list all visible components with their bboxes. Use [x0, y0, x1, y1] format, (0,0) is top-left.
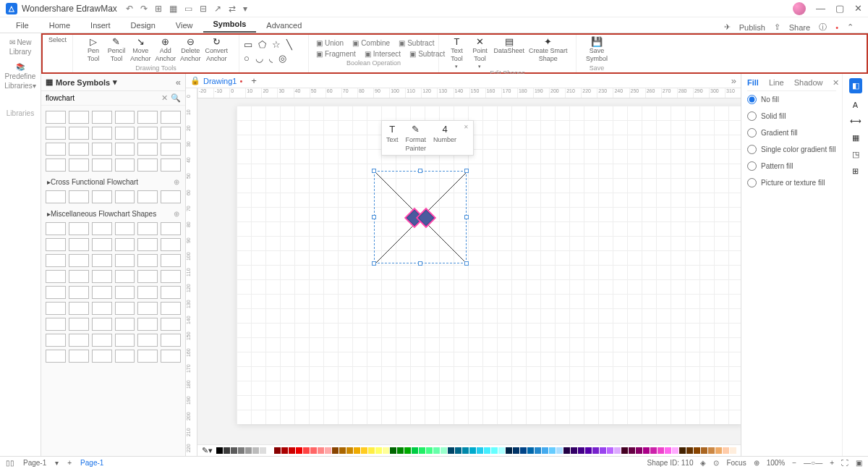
- icon-rail-item[interactable]: A: [853, 101, 858, 109]
- symbol-shape[interactable]: [69, 318, 89, 331]
- color-swatch[interactable]: [484, 447, 490, 454]
- color-swatch[interactable]: [636, 447, 642, 454]
- color-swatch[interactable]: [296, 447, 302, 454]
- color-swatch[interactable]: [535, 447, 541, 454]
- symbol-shape[interactable]: [115, 222, 135, 235]
- layers-icon[interactable]: ◈: [700, 459, 706, 467]
- color-swatch[interactable]: [419, 447, 425, 454]
- color-swatch[interactable]: [281, 447, 288, 454]
- symbol-shape[interactable]: [161, 190, 181, 203]
- symbol-shape[interactable]: [46, 318, 66, 331]
- symbol-shape[interactable]: [161, 143, 181, 156]
- pages-icon[interactable]: ▯▯: [6, 459, 14, 467]
- color-swatch[interactable]: [672, 447, 678, 454]
- symbol-shape[interactable]: [161, 111, 181, 124]
- fullscreen-icon[interactable]: ⛶: [841, 459, 848, 467]
- menu-symbols[interactable]: Symbols: [203, 17, 257, 33]
- arc-shape-icon[interactable]: ◡: [255, 53, 263, 64]
- symbol-shape[interactable]: [69, 127, 89, 140]
- boolean-op[interactable]: ▣Union: [313, 38, 346, 48]
- color-swatch[interactable]: [477, 447, 483, 454]
- drawing-tool[interactable]: ⊕AddAnchor: [155, 37, 176, 63]
- symbol-shape[interactable]: [161, 127, 181, 140]
- circle-shape-icon[interactable]: ○: [244, 53, 250, 64]
- quarter-shape-icon[interactable]: ◟: [269, 53, 273, 64]
- edit-tool[interactable]: ✦Create SmartShape: [529, 37, 568, 63]
- handle[interactable]: [464, 215, 469, 219]
- color-swatch[interactable]: [231, 447, 237, 454]
- drawing-tool[interactable]: ▷PenTool: [84, 37, 103, 63]
- save-symbol-button[interactable]: 💾SaveSymbol: [586, 37, 608, 63]
- symbol-shape[interactable]: [92, 238, 112, 251]
- symbol-shape[interactable]: [46, 159, 66, 172]
- menu-view[interactable]: View: [166, 18, 203, 33]
- symbol-shape[interactable]: [115, 334, 135, 347]
- symbol-shape[interactable]: [115, 254, 135, 267]
- mini-close-icon[interactable]: ✕: [464, 124, 469, 152]
- avatar[interactable]: [793, 2, 806, 15]
- symbol-shape[interactable]: [92, 159, 112, 172]
- expand-icon[interactable]: »: [731, 75, 741, 86]
- boolean-op[interactable]: ▣Subtract: [396, 38, 437, 48]
- color-swatch[interactable]: [585, 447, 592, 454]
- symbol-shape[interactable]: [92, 222, 112, 235]
- icon-rail-item[interactable]: ⊞: [852, 166, 859, 176]
- symbol-shape[interactable]: [137, 302, 158, 315]
- undo-icon[interactable]: ↶: [126, 4, 133, 14]
- symbol-shape[interactable]: [115, 143, 135, 156]
- color-swatch[interactable]: [730, 447, 736, 454]
- zoom-slider[interactable]: —○—: [804, 459, 822, 467]
- color-swatch[interactable]: [592, 447, 599, 454]
- color-swatch[interactable]: [260, 447, 266, 454]
- more-symbols-label[interactable]: More Symbols: [56, 78, 110, 87]
- color-swatch[interactable]: [216, 447, 223, 454]
- color-swatch[interactable]: [433, 447, 440, 454]
- symbol-shape[interactable]: [92, 270, 112, 283]
- color-swatch[interactable]: [252, 447, 259, 454]
- color-swatch[interactable]: [332, 447, 339, 454]
- menu-design[interactable]: Design: [121, 18, 166, 33]
- color-swatch[interactable]: [267, 447, 273, 454]
- color-swatch[interactable]: [686, 447, 693, 454]
- page-tab[interactable]: Page-1: [80, 459, 103, 467]
- qat-icon[interactable]: ⊟: [200, 4, 207, 14]
- symbol-shape[interactable]: [115, 159, 135, 172]
- drawing-tab[interactable]: 🔒Drawing1•: [190, 76, 242, 85]
- symbol-shape[interactable]: [69, 159, 89, 172]
- color-swatch[interactable]: [563, 447, 570, 454]
- color-swatch[interactable]: [303, 447, 310, 454]
- color-swatch[interactable]: [701, 447, 707, 454]
- qat-more-icon[interactable]: ▾: [243, 4, 247, 14]
- symbol-shape[interactable]: [137, 127, 158, 140]
- color-swatch[interactable]: [715, 447, 722, 454]
- color-swatch[interactable]: [412, 447, 418, 454]
- symbol-shape[interactable]: [69, 111, 89, 124]
- pentagon-shape-icon[interactable]: ⬠: [258, 39, 266, 50]
- symbol-shape[interactable]: [46, 111, 66, 124]
- symbol-shape[interactable]: [92, 286, 112, 299]
- color-swatch[interactable]: [658, 447, 664, 454]
- color-swatch[interactable]: [441, 447, 447, 454]
- star-shape-icon[interactable]: ☆: [272, 39, 281, 50]
- color-swatch[interactable]: [643, 447, 650, 454]
- rect-shape-icon[interactable]: ▭: [244, 39, 252, 50]
- color-swatch[interactable]: [310, 447, 317, 454]
- fill-option[interactable]: Pattern fill: [747, 158, 836, 174]
- menu-home[interactable]: Home: [39, 18, 80, 33]
- color-swatch[interactable]: [346, 447, 353, 454]
- color-swatch[interactable]: [607, 447, 613, 454]
- color-swatch[interactable]: [318, 447, 324, 454]
- share-button[interactable]: Share: [786, 23, 813, 32]
- symbol-shape[interactable]: [69, 254, 89, 267]
- handle[interactable]: [418, 261, 422, 266]
- symbol-shape[interactable]: [46, 302, 66, 315]
- handle[interactable]: [464, 261, 469, 266]
- edit-tool[interactable]: ✕PointTool▾: [470, 37, 489, 69]
- symbol-shape[interactable]: [115, 350, 135, 363]
- search-icon[interactable]: 🔍: [171, 93, 181, 103]
- symbol-shape[interactable]: [69, 238, 89, 251]
- color-swatch[interactable]: [520, 447, 527, 454]
- tab-shadow[interactable]: Shadow: [794, 78, 823, 88]
- chevron-down-icon[interactable]: ▾: [113, 77, 117, 87]
- symbol-shape[interactable]: [137, 143, 158, 156]
